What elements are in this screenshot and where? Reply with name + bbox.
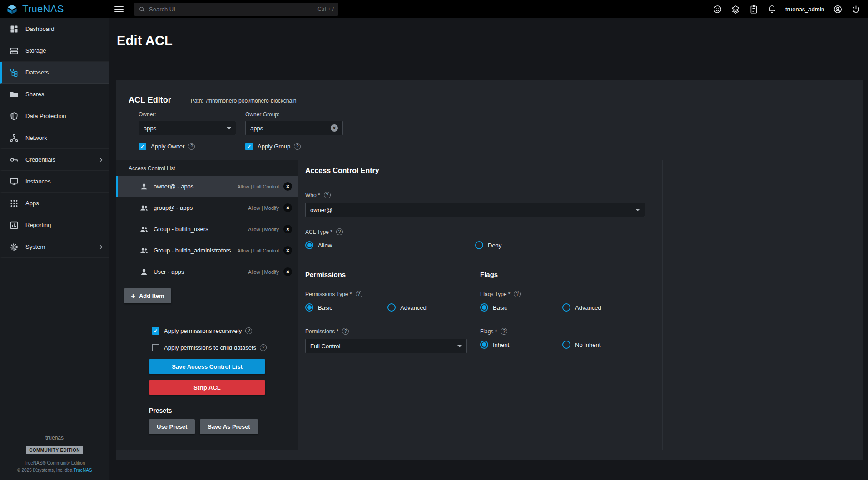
permissions-heading: Permissions [305,271,480,278]
acl-entry-row[interactable]: owner@ - apps Allow | Full Control [116,176,298,197]
flags-label: Flags * [480,328,655,335]
permissions-label: Permissions * [305,328,480,335]
sidebar-item-credentials[interactable]: Credentials [0,149,109,171]
radio-unselected-icon [562,303,570,312]
checkbox-checked-icon [139,143,146,150]
checkbox-checked-icon [245,143,253,150]
permissions-select[interactable]: Full Control [305,339,467,353]
acl-entry-row[interactable]: Group - builtin_administrators Allow | F… [116,240,298,261]
radio-allow[interactable]: Allow [305,241,475,249]
owner-select[interactable]: apps [139,121,236,135]
save-acl-button[interactable]: Save Access Control List [149,359,265,374]
notifications-icon[interactable] [767,5,777,14]
hostname: truenas [0,435,109,441]
radio-flags-advanced[interactable]: Advanced [562,303,601,312]
acl-entry-row[interactable]: Group - builtin_users Allow | Modify [116,218,298,240]
apply-group-checkbox[interactable]: Apply Group [245,143,343,150]
use-preset-button[interactable]: Use Preset [149,419,195,434]
group-icon [139,203,149,213]
remove-entry-icon[interactable] [283,267,292,276]
bar-chart-icon [10,221,19,230]
radio-flags-basic[interactable]: Basic [480,303,562,312]
copyright-line: © 2025 iXsystems, Inc. dba TrueNAS [0,468,109,473]
help-icon[interactable] [245,327,252,334]
remove-entry-icon[interactable] [283,203,292,212]
flags-type-label: Flags Type * [480,291,655,297]
brand-name: TrueNAS [22,3,64,15]
monitor-icon [10,177,19,186]
owner-group-field: Owner Group: apps Apply Group [245,111,343,150]
feedback-icon[interactable] [713,5,722,14]
radio-unselected-icon [562,341,570,349]
save-as-preset-button[interactable]: Save As Preset [200,419,258,434]
radio-selected-icon [480,303,488,312]
sidebar-item-network[interactable]: Network [0,127,109,149]
apply-owner-checkbox[interactable]: Apply Owner [139,143,236,150]
help-icon[interactable] [260,344,267,351]
sidebar-item-dashboard[interactable]: Dashboard [0,18,109,40]
clear-icon[interactable] [331,124,338,132]
radio-deny[interactable]: Deny [475,241,501,249]
storage-icon [10,46,19,55]
menu-icon[interactable] [114,6,124,12]
acl-entry-row[interactable]: User - apps Allow | Modify [116,261,298,282]
apply-children-checkbox[interactable]: Apply permissions to child datasets [152,344,298,351]
help-icon[interactable] [514,291,521,297]
help-icon[interactable] [188,143,195,150]
remove-entry-icon[interactable] [283,225,292,233]
search-shortcut-hint: Ctrl + / [317,6,334,12]
network-icon [10,134,19,143]
help-icon[interactable] [342,328,349,335]
help-icon[interactable] [324,192,331,198]
acl-editor-heading: ACL Editor [129,95,171,105]
path-value: /mnt/monero-pool/monero-blockchain [206,98,297,104]
apply-recursive-checkbox[interactable]: Apply permissions recursively [152,327,298,335]
layers-icon[interactable] [731,5,740,14]
radio-selected-icon [305,241,313,249]
sidebar-nav: Dashboard Storage Datasets Shares Data P… [0,18,109,480]
datasets-tree-icon [10,68,19,77]
add-item-button[interactable]: Add Item [124,288,171,303]
truenas-brand[interactable]: TrueNAS [0,3,109,15]
chevron-down-icon [227,127,231,129]
strip-acl-button[interactable]: Strip ACL [149,380,265,395]
sidebar-item-apps[interactable]: Apps [0,193,109,214]
help-icon[interactable] [294,143,301,150]
owner-label: Owner: [139,111,236,118]
sidebar-footer: truenas COMMUNITY EDITION TrueNAS® Commu… [0,435,109,473]
search-box[interactable]: Ctrl + / [134,3,338,16]
help-icon[interactable] [356,291,362,297]
permissions-type-label: Permissions Type * [305,291,480,297]
radio-permissions-advanced[interactable]: Advanced [387,303,427,312]
chevron-down-icon [457,345,462,347]
sidebar-item-storage[interactable]: Storage [0,40,109,62]
copyright-brand-link[interactable]: TrueNAS [74,468,92,473]
sidebar-item-system[interactable]: System [0,236,109,258]
sidebar-item-reporting[interactable]: Reporting [0,214,109,236]
acl-list-panel: Access Control List owner@ - apps Allow … [116,160,298,450]
help-icon[interactable] [336,228,343,235]
sidebar-item-shares[interactable]: Shares [0,84,109,105]
acl-entry-row[interactable]: group@ - apps Allow | Modify [116,197,298,218]
remove-entry-icon[interactable] [283,182,292,191]
page-header: Edit ACL [109,18,868,69]
sidebar-item-instances[interactable]: Instances [0,171,109,193]
who-select[interactable]: owner@ [305,203,645,217]
page-title: Edit ACL [117,33,868,48]
user-avatar-icon[interactable] [833,5,843,14]
radio-permissions-basic[interactable]: Basic [305,303,387,312]
owner-group-input[interactable]: apps [245,121,343,135]
radio-no-inherit[interactable]: No Inherit [562,341,600,349]
checklist-icon[interactable] [749,5,759,14]
sidebar-item-datasets[interactable]: Datasets [0,62,109,84]
remove-entry-icon[interactable] [283,246,292,255]
help-icon[interactable] [501,328,507,335]
radio-selected-icon [480,341,488,349]
search-input[interactable] [149,6,314,13]
power-icon[interactable] [851,5,861,14]
radio-inherit[interactable]: Inherit [480,341,562,349]
sidebar-item-data-protection[interactable]: Data Protection [0,105,109,127]
chevron-right-icon [97,156,104,163]
checkbox-unchecked-icon [152,344,159,351]
flags-heading: Flags [480,271,655,278]
